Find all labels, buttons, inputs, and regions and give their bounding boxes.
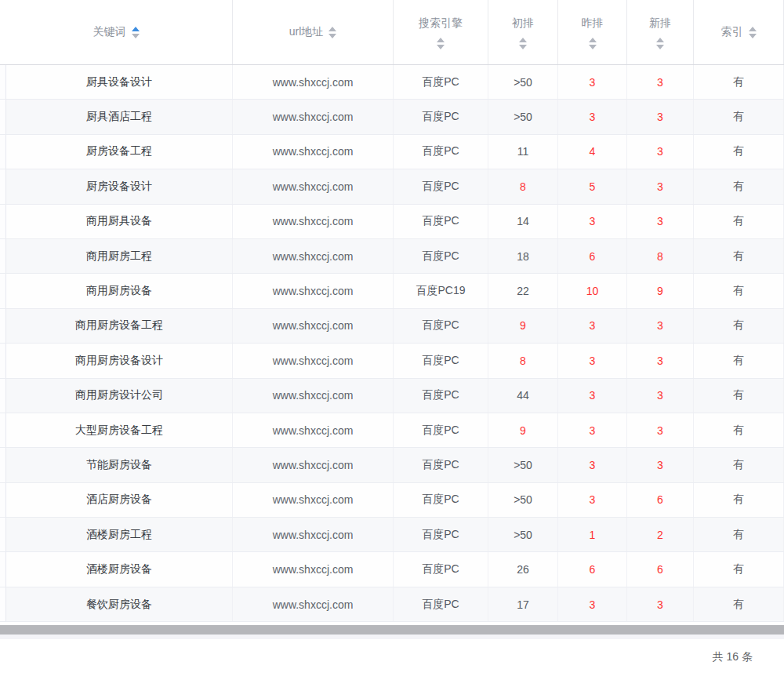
cell-url: www.shxccj.com bbox=[233, 169, 394, 203]
table-row: 厨具酒店工程www.shxccj.com百度PC>5033有 bbox=[0, 100, 784, 134]
cell-url: www.shxccj.com bbox=[233, 413, 394, 447]
cell-yesterday-rank: 3 bbox=[558, 344, 627, 377]
cell-url: www.shxccj.com bbox=[233, 205, 394, 238]
table-row: 商用厨房设备www.shxccj.com百度PC1922109有 bbox=[0, 274, 784, 308]
sort-icon[interactable] bbox=[328, 27, 336, 38]
column-header-url[interactable]: url地址 bbox=[233, 0, 394, 64]
table-row: 商用厨房工程www.shxccj.com百度PC1868有 bbox=[0, 239, 784, 274]
table-row: 商用厨房设备设计www.shxccj.com百度PC833有 bbox=[0, 344, 784, 378]
cell-url: www.shxccj.com bbox=[233, 587, 394, 621]
table-row: 厨房设备设计www.shxccj.com百度PC853有 bbox=[0, 169, 784, 204]
cell-new-rank: 3 bbox=[627, 344, 694, 377]
column-header-yesterday-rank[interactable]: 昨排 bbox=[558, 0, 627, 64]
column-header-keyword[interactable]: 关键词 bbox=[0, 0, 233, 64]
cell-url: www.shxccj.com bbox=[233, 344, 394, 377]
sort-icon[interactable] bbox=[519, 38, 527, 49]
cell-index: 有 bbox=[694, 413, 784, 447]
cell-url: www.shxccj.com bbox=[233, 309, 394, 343]
table-row: 酒楼厨房工程www.shxccj.com百度PC>5012有 bbox=[0, 518, 784, 552]
cell-index: 有 bbox=[694, 483, 784, 517]
column-label-search-engine: 搜索引擎 bbox=[419, 16, 463, 31]
cell-url: www.shxccj.com bbox=[233, 379, 394, 413]
cell-yesterday-rank: 1 bbox=[558, 518, 627, 551]
cell-initial-rank: >50 bbox=[488, 518, 558, 551]
table-header: 关键词 url地址 搜索引擎 初排 昨排 新排 索引 bbox=[0, 0, 784, 65]
cell-index: 有 bbox=[694, 587, 784, 621]
cell-keyword: 酒楼厨房工程 bbox=[6, 518, 233, 551]
cell-search-engine: 百度PC bbox=[394, 483, 488, 517]
cell-initial-rank: 17 bbox=[488, 587, 558, 621]
column-header-index[interactable]: 索引 bbox=[694, 0, 784, 64]
cell-keyword: 商用厨房设计公司 bbox=[6, 379, 233, 413]
cell-yesterday-rank: 3 bbox=[558, 205, 627, 238]
sort-icon[interactable] bbox=[132, 27, 140, 38]
cell-index: 有 bbox=[694, 552, 784, 586]
cell-url: www.shxccj.com bbox=[233, 518, 394, 551]
cell-search-engine: 百度PC bbox=[394, 344, 488, 377]
row-left-gutter bbox=[0, 239, 6, 273]
cell-initial-rank: 9 bbox=[488, 413, 558, 447]
cell-url: www.shxccj.com bbox=[233, 135, 394, 169]
column-label-index: 索引 bbox=[721, 25, 743, 39]
column-label-keyword: 关键词 bbox=[93, 25, 126, 39]
cell-yesterday-rank: 3 bbox=[558, 379, 627, 413]
cell-yesterday-rank: 3 bbox=[558, 483, 627, 517]
horizontal-scrollbar-track bbox=[0, 635, 784, 639]
column-label-yesterday-rank: 昨排 bbox=[582, 16, 604, 31]
cell-url: www.shxccj.com bbox=[233, 448, 394, 482]
cell-url: www.shxccj.com bbox=[233, 100, 394, 133]
cell-index: 有 bbox=[694, 135, 784, 169]
cell-keyword: 酒店厨房设备 bbox=[6, 483, 233, 517]
row-left-gutter bbox=[0, 65, 6, 99]
cell-yesterday-rank: 6 bbox=[558, 239, 627, 273]
cell-yesterday-rank: 3 bbox=[558, 65, 627, 99]
sort-icon[interactable] bbox=[589, 38, 597, 49]
sort-icon[interactable] bbox=[437, 38, 445, 49]
sort-icon[interactable] bbox=[656, 38, 664, 49]
cell-new-rank: 6 bbox=[627, 552, 694, 586]
cell-url: www.shxccj.com bbox=[233, 274, 394, 307]
cell-url: www.shxccj.com bbox=[233, 239, 394, 273]
cell-keyword: 厨具酒店工程 bbox=[6, 100, 233, 133]
cell-search-engine: 百度PC bbox=[394, 379, 488, 413]
cell-keyword: 厨房设备工程 bbox=[6, 135, 233, 169]
row-left-gutter bbox=[0, 205, 6, 238]
horizontal-scrollbar-thumb[interactable] bbox=[0, 625, 784, 635]
cell-keyword: 商用厨房工程 bbox=[6, 239, 233, 273]
sort-icon[interactable] bbox=[749, 27, 757, 38]
row-left-gutter bbox=[0, 100, 6, 133]
cell-yesterday-rank: 3 bbox=[558, 448, 627, 482]
column-header-initial-rank[interactable]: 初排 bbox=[488, 0, 558, 64]
table-row: 餐饮厨房设备www.shxccj.com百度PC1733有 bbox=[0, 587, 784, 622]
column-header-search-engine[interactable]: 搜索引擎 bbox=[394, 0, 488, 64]
cell-search-engine: 百度PC bbox=[394, 413, 488, 447]
cell-url: www.shxccj.com bbox=[233, 483, 394, 517]
cell-new-rank: 3 bbox=[627, 587, 694, 621]
column-header-new-rank[interactable]: 新排 bbox=[627, 0, 694, 64]
cell-yesterday-rank: 3 bbox=[558, 100, 627, 133]
cell-search-engine: 百度PC bbox=[394, 448, 488, 482]
cell-initial-rank: >50 bbox=[488, 65, 558, 99]
cell-new-rank: 2 bbox=[627, 518, 694, 551]
cell-index: 有 bbox=[694, 169, 784, 203]
cell-keyword: 商用厨房设备工程 bbox=[6, 309, 233, 343]
cell-keyword: 厨具设备设计 bbox=[6, 65, 233, 99]
cell-new-rank: 8 bbox=[627, 239, 694, 273]
cell-search-engine: 百度PC bbox=[394, 309, 488, 343]
cell-yesterday-rank: 4 bbox=[558, 135, 627, 169]
table-row: 厨具设备设计www.shxccj.com百度PC>5033有 bbox=[0, 65, 784, 100]
cell-keyword: 节能厨房设备 bbox=[6, 448, 233, 482]
cell-index: 有 bbox=[694, 309, 784, 343]
row-left-gutter bbox=[0, 413, 6, 447]
cell-keyword: 商用厨房设备 bbox=[6, 274, 233, 307]
cell-initial-rank: 18 bbox=[488, 239, 558, 273]
cell-new-rank: 3 bbox=[627, 65, 694, 99]
cell-search-engine: 百度PC bbox=[394, 65, 488, 99]
cell-index: 有 bbox=[694, 205, 784, 238]
table-row: 厨房设备工程www.shxccj.com百度PC1143有 bbox=[0, 135, 784, 169]
table-row: 商用厨具设备www.shxccj.com百度PC1433有 bbox=[0, 205, 784, 239]
cell-yesterday-rank: 10 bbox=[558, 274, 627, 307]
table-row: 商用厨房设备工程www.shxccj.com百度PC933有 bbox=[0, 309, 784, 344]
table-footer: 共 16 条 bbox=[0, 650, 784, 664]
row-left-gutter bbox=[0, 518, 6, 551]
